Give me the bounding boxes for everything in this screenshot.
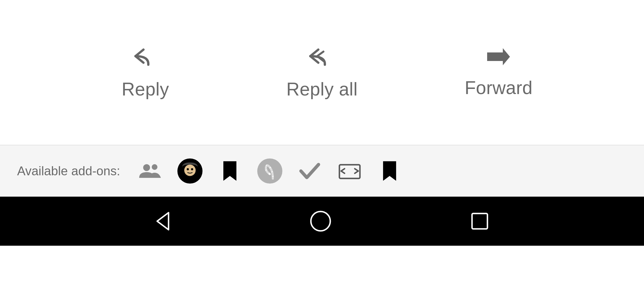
reply-button[interactable]: Reply	[103, 45, 188, 100]
svg-point-6	[191, 168, 193, 170]
people-addon-icon[interactable]	[137, 158, 163, 184]
forward-icon	[486, 47, 511, 70]
bookmark-addon-icon-1[interactable]	[217, 158, 243, 184]
addons-icons-list	[137, 158, 402, 184]
home-button[interactable]	[309, 210, 332, 233]
main-area: Reply Reply all Fo	[0, 0, 644, 197]
back-button[interactable]	[154, 210, 171, 233]
nav-bar	[0, 197, 644, 246]
svg-point-4	[184, 164, 196, 176]
bookmark-addon-icon-2[interactable]	[377, 158, 402, 184]
svg-point-2	[152, 164, 157, 170]
addons-bar: Available add-ons:	[0, 145, 644, 197]
forward-button[interactable]: Forward	[456, 47, 541, 98]
reply-label: Reply	[122, 79, 169, 100]
reply-all-icon	[306, 45, 338, 72]
reply-all-label: Reply all	[286, 79, 358, 100]
forward-label: Forward	[465, 77, 532, 98]
action-bar: Reply Reply all Fo	[0, 0, 644, 145]
svg-point-5	[187, 168, 189, 170]
face-addon-icon[interactable]	[177, 158, 203, 184]
check-addon-icon[interactable]	[297, 158, 323, 184]
svg-rect-10	[472, 213, 487, 229]
svg-marker-8	[157, 213, 169, 230]
svg-marker-0	[487, 48, 510, 65]
embed-addon-icon[interactable]	[337, 158, 362, 184]
addons-label: Available add-ons:	[17, 164, 120, 178]
reply-all-button[interactable]: Reply all	[279, 45, 365, 100]
recents-button[interactable]	[470, 211, 490, 231]
svg-point-1	[143, 164, 150, 171]
reply-icon	[133, 45, 158, 72]
svg-point-9	[311, 211, 330, 231]
candy-addon-icon[interactable]	[257, 158, 283, 184]
